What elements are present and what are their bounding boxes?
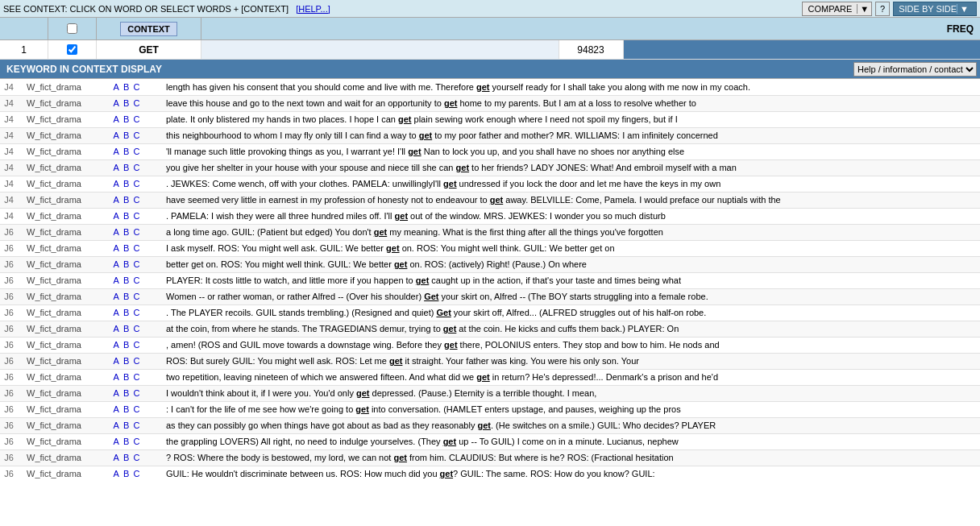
abc-link-c[interactable]: C: [133, 356, 139, 366]
abc-link-b[interactable]: B: [123, 275, 129, 285]
abc-link-c[interactable]: C: [133, 163, 139, 172]
abc-link-b[interactable]: B: [123, 388, 129, 398]
keyword-instance[interactable]: get: [443, 437, 457, 446]
abc-link-a[interactable]: A: [114, 372, 119, 382]
abc-link-b[interactable]: B: [123, 259, 129, 269]
abc-link-c[interactable]: C: [133, 292, 139, 301]
keyword-instance[interactable]: get: [393, 453, 407, 462]
abc-link-c[interactable]: C: [133, 469, 139, 478]
abc-link-c[interactable]: C: [133, 227, 139, 237]
abc-link-b[interactable]: B: [123, 130, 129, 140]
abc-link-c[interactable]: C: [133, 98, 139, 108]
col-abc[interactable]: A B C: [90, 208, 163, 224]
abc-link-b[interactable]: B: [123, 163, 129, 172]
abc-link-b[interactable]: B: [123, 179, 129, 188]
abc-link-b[interactable]: B: [123, 404, 129, 414]
abc-link-b[interactable]: B: [123, 437, 129, 446]
abc-link-c[interactable]: C: [133, 420, 139, 430]
abc-link-c[interactable]: C: [133, 243, 139, 253]
abc-link-a[interactable]: A: [114, 275, 119, 285]
abc-link-a[interactable]: A: [114, 420, 119, 430]
col-abc[interactable]: A B C: [90, 337, 163, 353]
col-abc[interactable]: A B C: [90, 143, 163, 159]
keyword-instance[interactable]: get: [386, 243, 400, 253]
abc-link-a[interactable]: A: [114, 469, 119, 478]
col-abc[interactable]: A B C: [90, 288, 163, 304]
keyword-instance[interactable]: get: [443, 179, 457, 188]
col-abc[interactable]: A B C: [90, 240, 163, 256]
abc-link-b[interactable]: B: [123, 372, 129, 382]
abc-link-a[interactable]: A: [114, 211, 119, 221]
abc-link-a[interactable]: A: [114, 130, 119, 140]
help-button[interactable]: ?: [875, 2, 890, 16]
abc-link-c[interactable]: C: [133, 147, 139, 156]
abc-link-c[interactable]: C: [133, 453, 139, 462]
abc-link-c[interactable]: C: [133, 130, 139, 140]
col-abc[interactable]: A B C: [90, 111, 163, 127]
col-abc[interactable]: A B C: [90, 159, 163, 176]
abc-link-c[interactable]: C: [133, 114, 139, 124]
abc-link-a[interactable]: A: [114, 308, 119, 317]
abc-link-a[interactable]: A: [114, 147, 119, 156]
col-abc[interactable]: A B C: [90, 466, 163, 482]
abc-link-a[interactable]: A: [114, 437, 119, 446]
keyword-instance[interactable]: get: [444, 340, 458, 350]
keyword-instance[interactable]: get: [477, 420, 491, 430]
abc-link-b[interactable]: B: [123, 82, 129, 92]
abc-link-b[interactable]: B: [123, 420, 129, 430]
keyword-instance[interactable]: get: [408, 147, 421, 156]
keyword-instance[interactable]: get: [394, 259, 408, 269]
col-abc[interactable]: A B C: [90, 272, 163, 288]
abc-link-b[interactable]: B: [123, 469, 129, 478]
abc-link-c[interactable]: C: [133, 404, 139, 414]
abc-link-c[interactable]: C: [133, 340, 139, 350]
col-abc[interactable]: A B C: [90, 95, 163, 111]
abc-link-a[interactable]: A: [114, 227, 119, 237]
abc-link-b[interactable]: B: [123, 243, 129, 253]
data-checkbox-cell[interactable]: [48, 40, 97, 59]
select-all-checkbox[interactable]: [67, 23, 77, 34]
col-abc[interactable]: A B C: [90, 127, 163, 143]
keyword-instance[interactable]: get: [443, 324, 457, 333]
abc-link-b[interactable]: B: [123, 308, 129, 317]
abc-link-a[interactable]: A: [114, 324, 119, 333]
abc-link-a[interactable]: A: [114, 292, 119, 301]
keyword-instance[interactable]: get: [389, 356, 403, 366]
abc-link-c[interactable]: C: [133, 82, 139, 92]
col-abc[interactable]: A B C: [90, 449, 163, 466]
help-link[interactable]: [HELP...]: [296, 4, 330, 14]
col-abc[interactable]: A B C: [90, 353, 163, 369]
abc-link-a[interactable]: A: [114, 340, 119, 350]
abc-link-a[interactable]: A: [114, 388, 119, 398]
keyword-instance[interactable]: get: [444, 98, 458, 108]
abc-link-b[interactable]: B: [123, 211, 129, 221]
abc-link-a[interactable]: A: [114, 163, 119, 172]
abc-link-c[interactable]: C: [133, 324, 139, 333]
abc-link-a[interactable]: A: [114, 243, 119, 253]
abc-link-a[interactable]: A: [114, 404, 119, 414]
keyword-instance[interactable]: get: [456, 163, 470, 172]
abc-link-b[interactable]: B: [123, 292, 129, 301]
col-abc[interactable]: A B C: [90, 192, 163, 208]
abc-link-c[interactable]: C: [133, 259, 139, 269]
abc-link-b[interactable]: B: [123, 453, 129, 462]
abc-link-c[interactable]: C: [133, 211, 139, 221]
abc-link-b[interactable]: B: [123, 147, 129, 156]
keyword-instance[interactable]: get: [395, 211, 409, 221]
keyword-instance[interactable]: get: [490, 195, 504, 205]
keyword-instance[interactable]: get: [476, 372, 490, 382]
col-abc[interactable]: A B C: [90, 176, 163, 192]
abc-link-c[interactable]: C: [133, 308, 139, 317]
abc-link-a[interactable]: A: [114, 98, 119, 108]
col-abc[interactable]: A B C: [90, 321, 163, 337]
col-abc[interactable]: A B C: [90, 79, 163, 95]
abc-link-b[interactable]: B: [123, 324, 129, 333]
keyword-instance[interactable]: get: [355, 404, 369, 414]
abc-link-c[interactable]: C: [133, 388, 139, 398]
keyword-instance[interactable]: Get: [424, 292, 438, 301]
keyword-instance[interactable]: get: [440, 469, 454, 478]
abc-link-c[interactable]: C: [133, 275, 139, 285]
abc-link-a[interactable]: A: [114, 195, 119, 205]
abc-link-b[interactable]: B: [123, 98, 129, 108]
col-abc[interactable]: A B C: [90, 256, 163, 272]
